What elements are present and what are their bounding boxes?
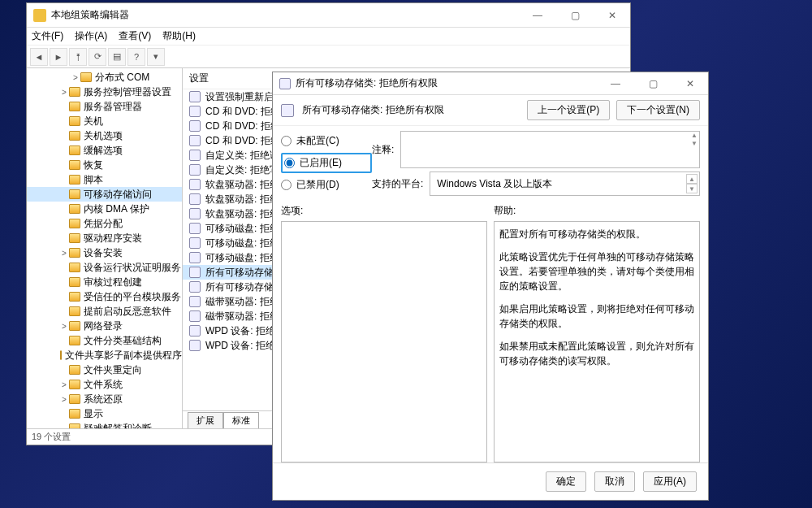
policy-dialog: 所有可移动存储类: 拒绝所有权限 — ▢ ✕ 所有可移动存储类: 拒绝所有权限 … (272, 72, 709, 501)
tree-item[interactable]: >分布式 COM (27, 70, 182, 85)
dialog-icon (279, 78, 291, 89)
apply-button[interactable]: 应用(A) (643, 471, 697, 492)
maximize-button[interactable]: ▢ (564, 10, 586, 21)
policy-heading: 所有可移动存储类: 拒绝所有权限 (302, 103, 444, 117)
tree-item[interactable]: >服务控制管理器设置 (27, 85, 182, 99)
radio-enabled[interactable]: 已启用(E) (281, 153, 372, 173)
tree-item[interactable]: 凭据分配 (27, 216, 182, 231)
platform-value: Windows Vista 及以上版本 (437, 177, 552, 191)
toolbar: ◄ ► ⭱ ⟳ ▤ ? ▾ (27, 46, 630, 68)
tool-help-icon[interactable]: ? (127, 48, 145, 66)
tree-item[interactable]: 疑难解答和诊断 (27, 421, 182, 428)
cancel-button[interactable]: 取消 (594, 471, 635, 492)
main-titlebar: 本地组策略编辑器 — ▢ ✕ (27, 3, 630, 28)
tool-refresh-icon[interactable]: ⟳ (89, 48, 106, 66)
dialog-titlebar: 所有可移动存储类: 拒绝所有权限 — ▢ ✕ (273, 72, 708, 95)
tool-export-icon[interactable]: ▤ (108, 48, 126, 66)
tree-item[interactable]: 可移动存储访问 (27, 187, 182, 202)
state-radio-group: 未配置(C) 已启用(E) 已禁用(D) (281, 131, 372, 192)
tool-filter-icon[interactable]: ▾ (147, 48, 165, 66)
tree-item[interactable]: 文件分类基础结构 (27, 333, 182, 348)
tree-item[interactable]: 内核 DMA 保护 (27, 202, 182, 216)
menu-file[interactable]: 文件(F) (32, 29, 63, 43)
tree-item[interactable]: >设备安装 (27, 245, 182, 260)
tree-item[interactable]: 设备运行状况证明服务 (27, 260, 182, 275)
tree-item[interactable]: 缓解选项 (27, 143, 182, 158)
policy-icon (281, 104, 294, 117)
tree-item[interactable]: >网络登录 (27, 319, 182, 333)
tool-up-icon[interactable]: ⭱ (69, 48, 87, 66)
comment-textbox[interactable]: ▲▼ (400, 131, 700, 168)
tool-forward-icon[interactable]: ► (50, 48, 67, 66)
options-label: 选项: (281, 204, 487, 218)
platform-label: 支持的平台: (372, 177, 423, 191)
tree-item[interactable]: 恢复 (27, 158, 182, 172)
dialog-maximize-button[interactable]: ▢ (641, 78, 664, 89)
dialog-title: 所有可移动存储类: 拒绝所有权限 (296, 76, 438, 90)
comment-label: 注释: (372, 143, 394, 157)
menu-action[interactable]: 操作(A) (75, 29, 107, 43)
app-icon (33, 9, 46, 22)
tree-item[interactable]: 关机 (27, 114, 182, 128)
tree-item[interactable]: >系统还原 (27, 392, 182, 406)
help-pane: 配置对所有可移动存储类的权限。此策略设置优先于任何单独的可移动存储策略设置。若要… (494, 221, 700, 462)
dialog-close-button[interactable]: ✕ (679, 78, 702, 89)
tree-item[interactable]: 文件夹重定向 (27, 363, 182, 377)
tree-item[interactable]: 提前启动反恶意软件 (27, 304, 182, 319)
menubar: 文件(F) 操作(A) 查看(V) 帮助(H) (27, 28, 630, 46)
platform-box: Windows Vista 及以上版本 ▲▼ (430, 172, 700, 196)
tree-item[interactable]: >文件系统 (27, 377, 182, 392)
dialog-header: 所有可移动存储类: 拒绝所有权限 上一个设置(P) 下一个设置(N) (273, 95, 708, 126)
menu-help[interactable]: 帮助(H) (162, 29, 196, 43)
platform-spinner[interactable]: ▲▼ (686, 174, 698, 193)
prev-setting-button[interactable]: 上一个设置(P) (527, 100, 610, 120)
help-label: 帮助: (494, 204, 700, 218)
nav-tree[interactable]: >分布式 COM>服务控制管理器设置服务器管理器关机关机选项缓解选项恢复脚本可移… (27, 68, 183, 428)
minimize-button[interactable]: — (526, 10, 549, 21)
tree-item[interactable]: 关机选项 (27, 128, 182, 143)
tree-item[interactable]: 服务器管理器 (27, 99, 182, 114)
next-setting-button[interactable]: 下一个设置(N) (616, 100, 700, 120)
tree-item[interactable]: 受信任的平台模块服务 (27, 289, 182, 304)
dialog-footer: 确定 取消 应用(A) (273, 462, 708, 500)
tree-item[interactable]: 文件共享影子副本提供程序 (27, 348, 182, 363)
menu-view[interactable]: 查看(V) (119, 29, 151, 43)
window-title: 本地组策略编辑器 (51, 8, 129, 22)
tree-item[interactable]: 审核过程创建 (27, 275, 182, 289)
ok-button[interactable]: 确定 (546, 471, 586, 492)
options-pane (281, 221, 487, 462)
close-button[interactable]: ✕ (601, 10, 624, 21)
tab-standard[interactable]: 标准 (223, 412, 259, 428)
tree-item[interactable]: 显示 (27, 406, 182, 421)
tree-item[interactable]: 驱动程序安装 (27, 231, 182, 245)
tool-back-icon[interactable]: ◄ (30, 48, 48, 66)
radio-disabled[interactable]: 已禁用(D) (281, 178, 372, 192)
dialog-minimize-button[interactable]: — (604, 78, 627, 89)
radio-not-configured[interactable]: 未配置(C) (281, 134, 372, 148)
tab-extended[interactable]: 扩展 (188, 412, 223, 428)
tree-item[interactable]: 脚本 (27, 172, 182, 187)
